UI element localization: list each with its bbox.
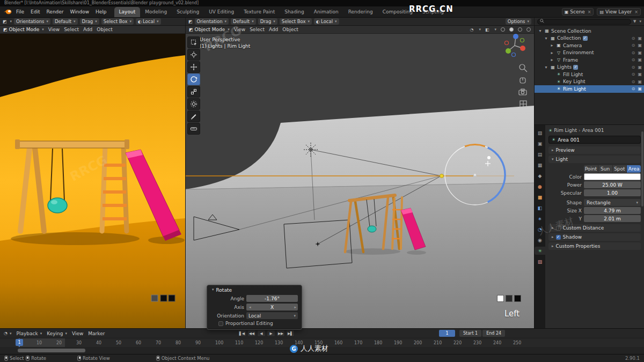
breadcrumb-object[interactable]: Rim Light [554,128,577,133]
view-menu[interactable]: View [48,27,60,32]
light-data-name-field[interactable]: ☀ Area 001 [548,136,641,144]
render-visibility-icon[interactable]: ▣ [638,57,642,62]
orientation-select[interactable]: Local▾ [246,312,298,319]
drag-dropdown[interactable]: Drag▾ [258,18,277,25]
expander-icon[interactable]: ▾ [544,65,548,70]
proportional-editing-checkbox[interactable] [218,321,223,326]
view-menu[interactable]: View [72,331,83,336]
shadow-checkbox[interactable]: ✓ [556,235,561,240]
slot-gray[interactable] [506,295,513,302]
prev-keyframe-button[interactable]: ◀◀ [247,330,256,337]
overlays-dropdown-icon[interactable]: ◧ [485,27,489,32]
power-input[interactable]: 25.00 W [584,181,641,188]
tab-texture-paint[interactable]: Texture Paint [239,7,280,17]
properties-tab-modifiers-icon[interactable]: ◧ [535,204,545,212]
marker-menu[interactable]: Marker [88,331,105,336]
select-menu[interactable]: Select [64,27,79,32]
render-visibility-icon[interactable]: ▣ [638,72,642,77]
viewport-3d-scene[interactable] [186,34,535,328]
render-visibility-icon[interactable]: ▣ [638,86,642,91]
custom-distance-panel-header[interactable]: ▸ Custom Distance [548,224,641,232]
tab-modeling[interactable]: Modeling [140,7,172,17]
preview-panel-header[interactable]: ▸ Preview [548,146,641,154]
outliner-row-fill-light[interactable]: ☀ Fill Light ⊙▣ [535,71,644,78]
select-box-tool[interactable] [187,36,200,48]
hide-eye-icon[interactable]: ⊙ [632,79,635,84]
properties-tab-view-layer-icon[interactable]: ▦ [535,161,545,169]
expander-icon[interactable]: ▸ [550,43,554,48]
tab-shading[interactable]: Shading [280,7,309,17]
blender-logo-icon[interactable] [3,9,12,16]
properties-tab-object-icon[interactable]: ■ [535,193,545,201]
outliner-row-rim-light[interactable]: ☀ Rim Light ⊙▣ [535,85,644,93]
pivot-dropdown[interactable]: Default▾ [231,18,256,25]
properties-tab-physics-icon[interactable]: ◔ [535,225,545,233]
breadcrumb-data[interactable]: Area 001 [582,128,604,133]
custom-distance-checkbox[interactable] [556,226,561,231]
orientation-dropdown[interactable]: Orientations▾ [14,18,50,25]
rotate-tool[interactable] [187,73,200,85]
properties-tab-texture-icon[interactable]: ▨ [535,257,545,265]
render-visibility-icon[interactable]: ▣ [638,65,642,70]
main-3d-viewport[interactable] [185,34,534,328]
timeline-scrollbar-thumb[interactable] [18,349,85,352]
shading-solid-icon[interactable] [509,27,514,32]
rotate-operator-panel[interactable]: ▾ Rotate Angle -1.76° Axis ◂X▸ Orientati… [207,285,302,330]
outliner-options-icon[interactable]: ▾ [639,19,641,24]
expander-icon[interactable]: ▸ [550,57,554,62]
expander-icon[interactable]: ▾ [544,36,548,41]
slot-black[interactable] [514,295,521,302]
space-dropdown[interactable]: ◐Local▾ [314,18,339,25]
playhead[interactable]: 1 [16,339,23,346]
outliner-row-camera[interactable]: ▸ ▣ Camera ⊙▣ [535,42,644,49]
properties-tab-world-icon[interactable]: ● [535,182,545,190]
menu-window[interactable]: Window [67,9,93,14]
next-keyframe-button[interactable]: ▶▶ [276,330,285,337]
light-type-point-button[interactable]: Point [584,165,598,173]
outliner-row-lights[interactable]: ▾ ▦ Lights ✓ ⊙▣ [535,64,644,71]
add-menu[interactable]: Add [269,27,278,32]
play-button[interactable]: ▶ [267,330,275,337]
camera-view-render[interactable] [0,34,185,328]
properties-tab-render-icon[interactable]: ▣ [535,139,545,147]
light-type-area-button[interactable]: Area [627,165,641,173]
frame-start-input[interactable]: Start 1 [459,330,481,337]
gizmos-dropdown-icon[interactable]: ◔ [470,27,473,32]
options-dropdown[interactable]: Options▾ [506,18,531,25]
tab-compositing[interactable]: Compositing [378,7,418,17]
add-menu[interactable]: Add [83,27,92,32]
transform-tool[interactable] [187,98,200,110]
object-menu[interactable]: Object [97,27,112,32]
hide-eye-icon[interactable]: ⊙ [632,72,635,77]
properties-tab-particles-icon[interactable]: ∗ [535,215,545,223]
tab-rendering[interactable]: Rendering [343,7,378,17]
drag-dropdown[interactable]: Drag▾ [80,18,99,25]
view-menu[interactable]: View [234,27,245,32]
view-layer-unlink-icon[interactable]: × [634,10,638,14]
tab-uv-editing[interactable]: UV Editing [204,7,239,17]
panel-expander-icon[interactable]: ▾ [212,287,214,293]
hide-eye-icon[interactable]: ⊙ [632,36,635,41]
select-menu[interactable]: Select [250,27,265,32]
select-mode-dropdown[interactable]: Select Box▾ [280,18,312,25]
collection-checkbox[interactable]: ✓ [573,65,578,70]
size-x-input[interactable]: 4.79 m [584,207,641,214]
shading-material-icon[interactable] [518,27,522,32]
render-visibility-icon[interactable]: ▣ [638,36,642,41]
light-type-sun-button[interactable]: Sun [598,165,612,173]
menu-render[interactable]: Render [43,9,67,14]
pivot-dropdown[interactable]: Default▾ [53,18,78,25]
object-menu[interactable]: Object [282,27,298,32]
measure-tool[interactable] [187,123,200,135]
hide-eye-icon[interactable]: ⊙ [632,86,635,91]
orientation-dropdown[interactable]: Orientation▾ [195,18,229,25]
hide-eye-icon[interactable]: ⊙ [632,43,635,48]
menu-help[interactable]: Help [92,9,110,14]
color-swatch[interactable] [584,173,641,180]
outliner-row-frame[interactable]: ▸ ▽ Frame ⊙▣ [535,56,644,64]
mode-icon[interactable]: ◩ [3,19,7,24]
hide-eye-icon[interactable]: ⊙ [632,57,635,62]
custom-properties-panel-header[interactable]: ▸ Custom Properties [548,242,641,250]
shading-rendered-icon[interactable] [526,27,531,32]
timeline-editor-type-icon[interactable]: ◔▾ [4,331,12,336]
